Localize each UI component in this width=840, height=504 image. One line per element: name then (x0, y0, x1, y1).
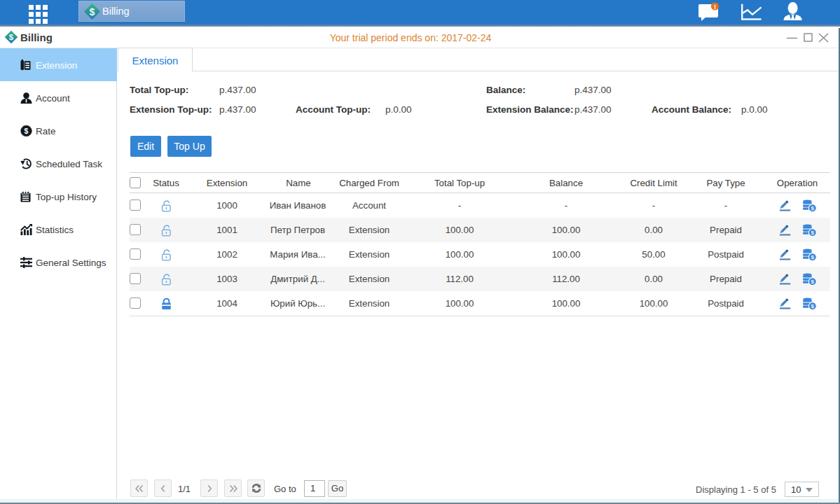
svg-text:$: $ (811, 205, 815, 211)
svg-text:$: $ (90, 6, 95, 17)
svg-text:!: ! (714, 3, 716, 10)
svg-text:$: $ (811, 303, 815, 309)
svg-text:$: $ (25, 126, 29, 134)
svg-text:$: $ (811, 230, 815, 236)
svg-text:$: $ (811, 254, 815, 260)
svg-text:$: $ (811, 279, 815, 285)
